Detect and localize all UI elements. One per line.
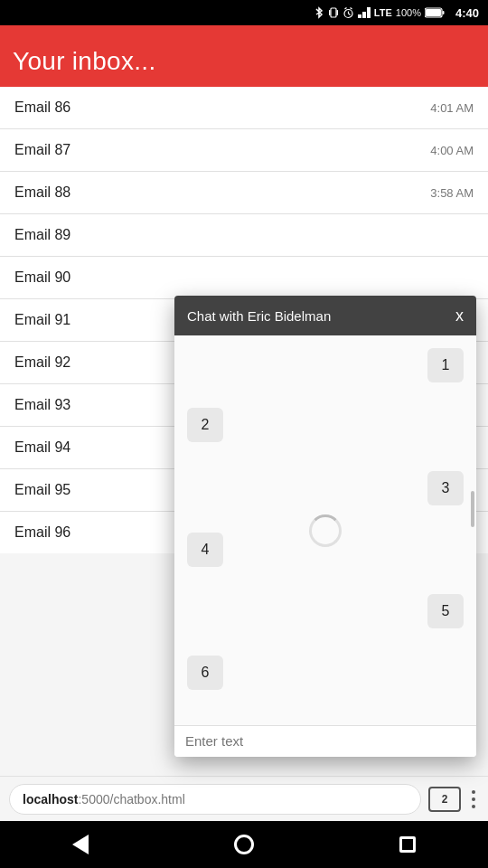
svg-marker-10	[367, 7, 371, 18]
svg-rect-12	[426, 9, 441, 16]
email-name: Email 94	[14, 439, 70, 456]
lte-label: LTE	[374, 7, 392, 18]
chat-message-2: 2	[187, 408, 223, 442]
alarm-icon	[343, 7, 354, 19]
email-time: 4:01 AM	[430, 101, 474, 115]
email-name: Email 86	[14, 99, 70, 116]
loading-spinner	[309, 514, 342, 547]
email-name: Email 91	[14, 312, 70, 328]
svg-line-6	[344, 7, 346, 9]
address-bar[interactable]: localhost :5000/chatbox.html	[9, 784, 421, 815]
address-path: :5000/chatbox.html	[78, 792, 184, 807]
home-icon	[234, 835, 254, 854]
email-name: Email 88	[14, 184, 70, 201]
email-time: 3:58 AM	[430, 186, 474, 200]
browser-bar: localhost :5000/chatbox.html 2	[0, 776, 488, 821]
vibrate-icon	[328, 6, 339, 19]
chat-message-1: 1	[427, 348, 464, 382]
address-host: localhost	[23, 792, 78, 807]
chat-input[interactable]	[185, 733, 465, 749]
chat-message-6: 6	[187, 656, 223, 690]
email-name: Email 93	[14, 397, 70, 413]
email-name: Email 96	[14, 524, 70, 541]
chat-message-5: 5	[427, 594, 464, 628]
recents-icon	[399, 836, 416, 853]
email-name: Email 89	[14, 227, 70, 243]
svg-rect-13	[442, 11, 444, 14]
back-button[interactable]	[72, 835, 89, 854]
android-nav-bar	[0, 821, 488, 868]
email-item-86[interactable]: Email 86 4:01 AM	[0, 87, 488, 129]
scrollbar[interactable]	[471, 491, 474, 527]
back-icon	[72, 835, 89, 854]
status-time: 4:40	[455, 6, 479, 20]
bluetooth-icon	[314, 6, 324, 19]
menu-dot-1	[472, 790, 475, 794]
email-name: Email 92	[14, 354, 70, 371]
svg-line-7	[350, 7, 352, 9]
chat-header: Chat with Eric Bidelman x	[174, 296, 476, 335]
chat-close-button[interactable]: x	[455, 307, 464, 324]
recents-button[interactable]	[399, 836, 416, 853]
email-item-90[interactable]: Email 90	[0, 257, 488, 299]
battery-icon	[425, 7, 445, 18]
status-bar: LTE 100% 4:40	[0, 0, 488, 25]
chat-dialog: Chat with Eric Bidelman x 1 2 3 4 5 6	[174, 296, 476, 757]
chat-message-3: 3	[427, 471, 464, 505]
battery-level: 100%	[396, 7, 421, 18]
tab-count-button[interactable]: 2	[428, 787, 461, 812]
app-header: Your inbox...	[0, 25, 488, 87]
svg-rect-2	[336, 10, 338, 15]
signal-icon	[358, 7, 371, 18]
svg-marker-9	[362, 12, 366, 18]
email-name: Email 95	[14, 482, 70, 498]
status-icons: LTE 100%	[314, 6, 445, 19]
menu-dot-3	[472, 805, 475, 808]
svg-rect-1	[329, 10, 331, 15]
svg-marker-8	[358, 14, 361, 18]
chat-input-area[interactable]	[174, 725, 476, 757]
chat-title: Chat with Eric Bidelman	[187, 308, 331, 324]
svg-rect-0	[331, 8, 336, 17]
browser-menu-button[interactable]	[468, 787, 479, 812]
menu-dot-2	[472, 797, 475, 801]
email-name: Email 90	[14, 269, 70, 286]
email-item-88[interactable]: Email 88 3:58 AM	[0, 172, 488, 214]
page-title: Your inbox...	[13, 47, 156, 76]
chat-message-4: 4	[187, 533, 223, 567]
email-item-87[interactable]: Email 87 4:00 AM	[0, 129, 488, 172]
home-button[interactable]	[234, 835, 254, 854]
chat-messages-area[interactable]: 1 2 3 4 5 6	[174, 335, 476, 725]
svg-line-5	[348, 14, 350, 15]
email-item-89[interactable]: Email 89	[0, 214, 488, 257]
email-name: Email 87	[14, 142, 70, 158]
email-time: 4:00 AM	[430, 144, 474, 157]
